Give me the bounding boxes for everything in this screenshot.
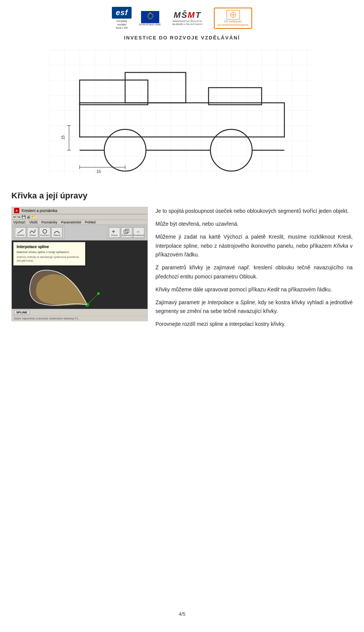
technical-drawing-canvas: 15 15 (49, 50, 315, 179)
acad-hint: Další nápovědu zobrazíte stisknutím kláv… (12, 316, 147, 321)
esf-logo: esf evropskýsociálnífond v ČR (112, 7, 132, 30)
tool-posun-label: Posun (111, 234, 118, 236)
acad-quickaccess-icons: ↩ ↪ 💾 🖨 📂 (13, 215, 36, 219)
svg-text:15: 15 (61, 135, 65, 140)
tool-posun[interactable]: ✛ Posun (109, 227, 120, 238)
text-paragraph-6: Zajímavý parametr je Interpolace a Splin… (155, 298, 353, 316)
text-paragraph-4: Z parametrů křivky je zajímavé např. kre… (155, 263, 353, 281)
menu-pohled[interactable]: Pohled (85, 220, 96, 224)
tool-kopirovat-label: Kopírovat (122, 234, 132, 236)
tool-krivka-label: Křivka (30, 234, 36, 236)
esf-text: evropskýsociálnífond v ČR (116, 19, 128, 30)
svg-text:15: 15 (97, 170, 101, 174)
acad-title: Kreslení a poznámka (22, 209, 57, 213)
tool-kruznice-label: Kružnice (40, 234, 49, 236)
tool-group-modify: ✛ Posun Kopírovat ↔ Protáhnout (107, 226, 146, 239)
technical-drawing-svg: 15 15 (49, 50, 315, 179)
autocad-window: A Kreslení a poznámka ↩ ↪ 💾 🖨 📂 Výchozí … (11, 207, 148, 321)
save-icon[interactable]: 💾 (22, 215, 26, 219)
svg-text:✛: ✛ (112, 230, 115, 234)
op-icon (226, 10, 240, 20)
eu-logo: ★ ★ ★ ★ ★ ★ ★ ★ ★ ★ ★ ★ EVROPSKÁ UNIE (139, 11, 161, 26)
text-je: Je (155, 208, 163, 214)
svg-point-36 (43, 230, 47, 233)
page-number: 4/5 (179, 611, 185, 617)
op-text: OP Vzdělávánípro konkurenceschopnost (218, 20, 248, 27)
svg-text:↔: ↔ (136, 230, 140, 234)
svg-rect-17 (49, 50, 315, 179)
acad-toolpanel: Úsečka Křivka Kružnice Oblouk (12, 225, 147, 241)
tool-oblouk-label: Oblouk (53, 234, 60, 236)
acad-statusbar: SPLINE (12, 309, 147, 316)
tool-usecka-label: Úsečka (17, 234, 24, 236)
op-box: OP Vzdělávánípro konkurenceschopnost (214, 8, 252, 29)
modify-tools-row: ✛ Posun Kopírovat ↔ Protáhnout (109, 227, 144, 238)
text-paragraph-7: Porovnejte rozdíl mezi spline a interpol… (155, 320, 353, 329)
tooltip-panel: Interpolace spline Nakreslí křivku splin… (13, 242, 85, 266)
tooltip-desc: Nakreslí křivku spline s body vyhlazení. (17, 250, 82, 254)
menu-poznamky[interactable]: Poznámky (41, 220, 57, 224)
header: esf evropskýsociálnífond v ČR ★ ★ ★ ★ ★ … (0, 0, 364, 33)
technical-drawing-area: 15 15 (0, 46, 364, 182)
draw-tools-row: Úsečka Křivka Kružnice Oblouk (15, 227, 63, 238)
text-paragraph-1: Je to Je to spojitá posloupnost úseček n… (155, 207, 353, 216)
menu-parametricke[interactable]: Parametrické (61, 220, 81, 224)
investice-title: INVESTICE DO ROZVOJE VZDĚLÁVÁNÍ (0, 33, 364, 46)
text-content-area: Je to Je to spojitá posloupnost úseček n… (155, 207, 353, 333)
acad-quickaccess: ↩ ↪ 💾 🖨 📂 (12, 214, 147, 220)
acad-titlebar: A Kreslení a poznámka (12, 207, 147, 214)
tool-oblouk[interactable]: Oblouk (51, 227, 63, 238)
acad-app-icon: A (14, 208, 19, 213)
text-to: to (163, 208, 169, 214)
spline-badge: SPLINE (14, 310, 30, 315)
msmt-letters: MŠMT (174, 10, 201, 20)
main-content: A Kreslení a poznámka ↩ ↪ 💾 🖨 📂 Výchozí … (0, 207, 364, 333)
menu-vlozit[interactable]: Vložit (29, 220, 38, 224)
undo-icon[interactable]: ↩ (13, 215, 16, 219)
svg-line-35 (18, 230, 23, 233)
autocad-screenshot-area: A Kreslení a poznámka ↩ ↪ 💾 🖨 📂 Výchozí … (11, 207, 148, 321)
acad-menubar: Výchozí Vložit Poznámky Parametrické Poh… (12, 220, 147, 225)
tool-protahnout-label: Protáhnout (133, 234, 144, 236)
tool-usecka[interactable]: Úsečka (15, 227, 26, 238)
tooltip-title: Interpolace spline (17, 245, 82, 249)
svg-line-42 (87, 294, 99, 305)
section-title: Křivka a její úpravy (0, 186, 364, 207)
eu-label: EVROPSKÁ UNIE (139, 23, 161, 26)
eu-flag-icon: ★ ★ ★ ★ ★ ★ ★ ★ ★ ★ ★ ★ (141, 11, 159, 23)
acad-viewport: Interpolace spline Nakreslí křivku splin… (12, 241, 147, 309)
tool-kopirovat[interactable]: Kopírovat (121, 227, 132, 238)
print-icon[interactable]: 🖨 (27, 215, 30, 219)
redo-icon[interactable]: ↪ (17, 215, 20, 219)
page-footer: 4/5 (0, 604, 364, 621)
open-icon[interactable]: 📂 (31, 215, 36, 219)
text-paragraph-5: Křivky můžeme dále upravovat pomocí přík… (155, 285, 353, 294)
tooltip-note: Změnou metody se aktualizuje systémová p… (17, 255, 82, 263)
tool-krivka[interactable]: Křivka (27, 227, 38, 238)
text-full-1: spojitá posloupnost úseček nebo obloukov… (168, 208, 349, 214)
tool-group-draw: Úsečka Křivka Kružnice Oblouk (13, 226, 64, 239)
tool-protahnout[interactable]: ↔ Protáhnout (133, 227, 144, 238)
esf-box: esf (112, 7, 132, 19)
text-paragraph-2: Může být otevřená, nebo uzavřená. (155, 220, 353, 229)
svg-point-43 (97, 292, 100, 295)
text-paragraph-3: Může­me ji zadat na kartě Výchozí a pale… (155, 233, 353, 259)
msmt-logo: MŠMT MINISTERSTVO ŠKOLSTVÍ,MLÁDEŽE A TĚL… (173, 10, 203, 26)
msmt-text: MINISTERSTVO ŠKOLSTVÍ,MLÁDEŽE A TĚLOVÝCH… (173, 20, 203, 26)
op-logo: OP Vzdělávánípro konkurenceschopnost (214, 8, 252, 29)
tool-kruznice[interactable]: Kružnice (39, 227, 50, 238)
menu-vychozi[interactable]: Výchozí (13, 220, 25, 224)
